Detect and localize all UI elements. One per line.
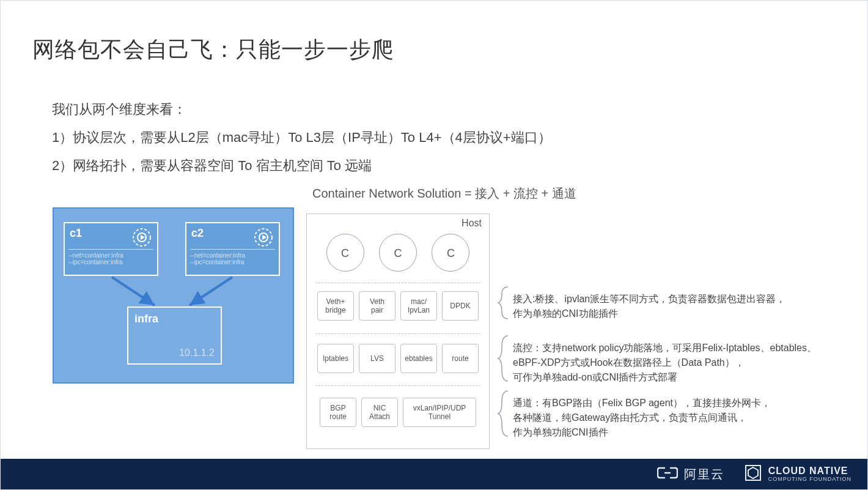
- gear-icon: [253, 227, 274, 250]
- annotation-body: 桥接、ipvlan派生等不同方式，负责容器数据包进出容器，作为单独的CNI功能插…: [513, 294, 785, 319]
- flow-option: ebtables: [400, 344, 437, 373]
- container-c1: c1 --net=container:infra--ipc=container:…: [64, 222, 158, 276]
- tunnel-row: BGProute NICAttach vxLan/IPIP/UDPTunnel: [307, 398, 489, 427]
- cncf-logo: CLOUD NATIVE COMPUTING FOUNDATION: [744, 464, 851, 484]
- c2-label: c2: [191, 227, 204, 240]
- c2-config: --net=container:infra--ipc=container:inf…: [190, 249, 275, 272]
- container-circles: C C C: [307, 234, 489, 272]
- intro-block: 我们从两个维度来看： 1）协议层次，需要从L2层（mac寻址）To L3层（IP…: [52, 95, 551, 180]
- annotation-flowcontrol: 流控：支持network policy功能落地，可采用Felix-Iptable…: [513, 341, 817, 385]
- equation-text: Container Network Solution = 接入 + 流控 + 通…: [312, 185, 576, 202]
- intro-line-0: 我们从两个维度来看：: [52, 95, 551, 124]
- svg-line-6: [112, 277, 155, 305]
- flowcontrol-row: Iptables LVS ebtables route: [307, 344, 489, 373]
- aliyun-text: 阿里云: [684, 466, 724, 483]
- svg-marker-2: [141, 235, 145, 240]
- cncf-text: CLOUD NATIVE COMPUTING FOUNDATION: [768, 466, 851, 482]
- cncf-hexagon-icon: [744, 464, 762, 484]
- svg-marker-10: [748, 467, 758, 478]
- annotation-label: 接入:: [513, 294, 535, 304]
- flow-option: LVS: [359, 344, 395, 373]
- container-circle: C: [326, 234, 364, 272]
- c1-config: --net=container:infra--ipc=container:inf…: [68, 249, 153, 272]
- brace-icon: [497, 335, 509, 382]
- access-option: DPDK: [442, 291, 479, 321]
- container-circle: C: [432, 234, 469, 272]
- brace-icon: [497, 390, 509, 437]
- host-diagram: Host C C C Veth+bridge Vethpair mac/IpvL…: [306, 213, 490, 449]
- tunnel-option: NICAttach: [361, 398, 398, 427]
- gear-icon: [131, 227, 152, 250]
- flow-option: route: [442, 344, 479, 373]
- divider: [315, 333, 480, 334]
- slide-title: 网络包不会自己飞：只能一步一步爬: [32, 35, 394, 65]
- infra-box: infra 10.1.1.2: [127, 306, 222, 365]
- aliyun-bracket-icon: [657, 466, 678, 483]
- access-row: Veth+bridge Vethpair mac/IpvLan DPDK: [307, 291, 489, 321]
- aliyun-logo: 阿里云: [657, 466, 724, 483]
- slide: 网络包不会自己飞：只能一步一步爬 我们从两个维度来看： 1）协议层次，需要从L2…: [0, 0, 868, 490]
- annotation-body: 有BGP路由（Felix BGP agent），直接挂接外网卡，各种隧道，纯Ga…: [513, 398, 771, 437]
- cncf-text-big: CLOUD NATIVE: [768, 466, 851, 476]
- cncf-text-small: COMPUTING FOUNDATION: [768, 476, 851, 482]
- c1-label: c1: [70, 227, 82, 240]
- intro-line-1: 1）协议层次，需要从L2层（mac寻址）To L3层（IP寻址）To L4+（4…: [52, 124, 551, 152]
- svg-line-7: [189, 277, 232, 305]
- footer-bar: 阿里云 CLOUD NATIVE COMPUTING FOUNDATION: [1, 459, 867, 489]
- pod-diagram: c1 --net=container:infra--ipc=container:…: [53, 207, 294, 384]
- tunnel-option: vxLan/IPIP/UDPTunnel: [403, 398, 476, 427]
- container-c2: c2 --net=container:infra--ipc=container:…: [185, 222, 280, 276]
- brace-icon: [497, 286, 509, 320]
- intro-line-2: 2）网络拓扑，需要从容器空间 To 宿主机空间 To 远端: [52, 152, 551, 180]
- divider: [315, 385, 480, 386]
- svg-marker-5: [262, 235, 267, 240]
- annotation-label: 通道：: [513, 398, 542, 408]
- tunnel-option: BGProute: [320, 398, 356, 427]
- annotation-tunnel: 通道：有BGP路由（Felix BGP agent），直接挂接外网卡，各种隧道，…: [513, 396, 771, 440]
- host-title: Host: [462, 218, 482, 229]
- divider: [315, 283, 480, 283]
- annotation-label: 流控：: [513, 343, 542, 353]
- infra-label: infra: [134, 313, 158, 325]
- access-option: Veth+bridge: [317, 291, 354, 321]
- access-option: mac/IpvLan: [400, 291, 437, 321]
- annotation-body: 支持network policy功能落地，可采用Felix-Iptables、e…: [513, 343, 817, 382]
- infra-ip: 10.1.1.2: [179, 347, 215, 358]
- container-circle: C: [379, 234, 417, 272]
- access-option: Vethpair: [359, 291, 395, 321]
- flow-option: Iptables: [317, 344, 354, 373]
- annotation-access: 接入:桥接、ipvlan派生等不同方式，负责容器数据包进出容器，作为单独的CNI…: [513, 292, 785, 321]
